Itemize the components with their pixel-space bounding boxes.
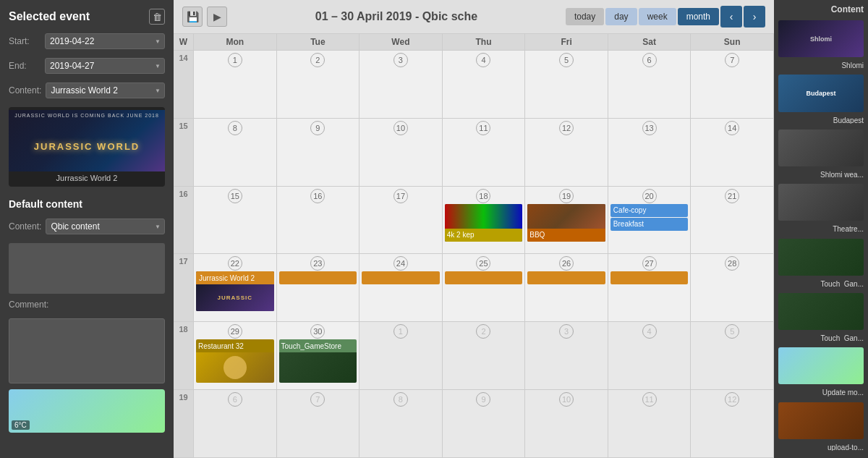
right-thumb-shlomi-wea[interactable] bbox=[778, 130, 864, 166]
day-number: 6 bbox=[228, 392, 242, 407]
day-cell-apr26[interactable]: 26 bbox=[525, 254, 608, 321]
month-button[interactable]: month bbox=[678, 8, 719, 25]
event-jurassic-span-26[interactable] bbox=[527, 271, 605, 284]
start-date-select[interactable]: 2019-04-22 bbox=[45, 33, 165, 49]
day-cell-apr10[interactable]: 10 bbox=[359, 119, 443, 186]
end-date-select[interactable]: 2019-04-27 bbox=[45, 58, 165, 74]
day-cell-apr4[interactable]: 4 bbox=[443, 51, 526, 118]
comment-textarea[interactable] bbox=[9, 318, 165, 383]
event-bbq-thumb[interactable]: BBQ bbox=[527, 204, 605, 242]
right-thumb-budapest[interactable]: Budapest bbox=[778, 75, 864, 111]
day-cell-apr8[interactable]: 8 bbox=[194, 119, 277, 186]
right-thumb-update[interactable] bbox=[778, 347, 864, 384]
default-content-select-wrap: Qbic content bbox=[46, 219, 165, 234]
day-cell-may10[interactable]: 10 bbox=[525, 390, 608, 457]
right-label-shlomi: Shlomi bbox=[778, 62, 864, 69]
start-select-wrap: 2019-04-22 bbox=[45, 33, 165, 49]
day-cell-may8[interactable]: 8 bbox=[359, 390, 443, 457]
day-cell-apr15[interactable]: 15 bbox=[194, 187, 277, 254]
week-num-header: W bbox=[174, 34, 194, 50]
day-cell-apr20[interactable]: 20 Cafe-copy Breakfast bbox=[608, 187, 692, 254]
day-cell-may2[interactable]: 2 bbox=[443, 322, 526, 389]
day-cell-may11[interactable]: 11 bbox=[608, 390, 692, 457]
day-cell-apr12[interactable]: 12 bbox=[525, 119, 608, 186]
day-cell-apr16[interactable]: 16 bbox=[277, 187, 360, 254]
day-cell-apr1[interactable]: 1 bbox=[194, 51, 277, 118]
right-thumb-theatre[interactable] bbox=[778, 184, 864, 221]
day-cell-apr24[interactable]: 24 bbox=[359, 254, 443, 321]
event-jurassic-span-23[interactable] bbox=[279, 271, 357, 284]
day-number: 7 bbox=[310, 392, 325, 407]
event-cafe-copy[interactable]: Cafe-copy bbox=[610, 204, 689, 217]
day-cell-apr30[interactable]: 30 Touch_GameStore bbox=[277, 322, 360, 389]
event-breakfast[interactable]: Breakfast bbox=[610, 218, 689, 231]
day-cell-apr7[interactable]: 7 bbox=[691, 51, 774, 118]
day-cell-may4[interactable]: 4 bbox=[608, 322, 692, 389]
day-cell-apr28[interactable]: 28 bbox=[691, 254, 774, 321]
prev-button[interactable]: ‹ bbox=[720, 6, 742, 27]
right-panel: Content Shlomi Shlomi Budapest Budapest … bbox=[774, 0, 868, 458]
day-cell-apr29[interactable]: 29 Restaurant 32 bbox=[194, 322, 277, 389]
day-cell-apr9[interactable]: 9 bbox=[277, 119, 360, 186]
week-button[interactable]: week bbox=[639, 8, 676, 25]
week-row-18: 18 29 Restaurant 32 30 Touch_GameStor bbox=[174, 322, 774, 390]
day-cell-apr18[interactable]: 18 4k 2 kep bbox=[443, 187, 526, 254]
day-cell-apr22[interactable]: 22 Jurrassic World 2 JURASSIC bbox=[194, 254, 277, 321]
day-cell-apr2[interactable]: 2 bbox=[277, 51, 360, 118]
default-content-select[interactable]: Qbic content bbox=[46, 219, 165, 234]
next-button[interactable]: › bbox=[744, 6, 765, 27]
day-cell-apr25[interactable]: 25 bbox=[443, 254, 526, 321]
event-restaurant-thumb[interactable]: Restaurant 32 bbox=[196, 339, 274, 383]
selected-event-title: Selected event bbox=[9, 10, 90, 23]
day-cell-may5[interactable]: 5 bbox=[691, 322, 774, 389]
right-thumb-shlomi[interactable]: Shlomi bbox=[778, 20, 864, 57]
right-thumb-shlomi-text: Shlomi bbox=[807, 34, 835, 44]
day-cell-may3[interactable]: 3 bbox=[525, 322, 608, 389]
day-number: 17 bbox=[393, 189, 408, 203]
today-button[interactable]: today bbox=[566, 8, 604, 25]
day-cell-apr21[interactable]: 21 bbox=[691, 187, 774, 254]
event-jurassic-span-27[interactable] bbox=[610, 271, 689, 284]
event-gamestore-thumb[interactable]: Touch_GameStore bbox=[279, 339, 357, 383]
event-jurassic-span-24[interactable] bbox=[362, 271, 440, 284]
day-cell-apr23[interactable]: 23 bbox=[277, 254, 360, 321]
right-thumb-touchgan2[interactable] bbox=[778, 293, 864, 330]
day-number: 2 bbox=[310, 53, 325, 67]
day-cell-may9[interactable]: 9 bbox=[443, 390, 526, 457]
day-number: 7 bbox=[725, 53, 739, 67]
event-jurassic-span-25[interactable] bbox=[445, 271, 523, 284]
day-cell-apr5[interactable]: 5 bbox=[525, 51, 608, 118]
delete-event-button[interactable]: 🗑 bbox=[149, 9, 165, 25]
day-number: 1 bbox=[228, 53, 242, 67]
save-icon-button[interactable]: 💾 bbox=[182, 7, 203, 27]
day-cell-apr27[interactable]: 27 bbox=[608, 254, 692, 321]
day-cell-apr17[interactable]: 17 bbox=[359, 187, 443, 254]
default-content-field-row: Content: Qbic content bbox=[9, 219, 165, 234]
right-thumb-touchgan1[interactable] bbox=[778, 239, 864, 276]
day-cell-apr11[interactable]: 11 bbox=[443, 119, 526, 186]
day-number: 23 bbox=[310, 256, 325, 271]
end-label: End: bbox=[9, 61, 41, 71]
day-number: 6 bbox=[642, 53, 657, 67]
day-cell-apr19[interactable]: 19 BBQ bbox=[525, 187, 608, 254]
day-cell-apr6[interactable]: 6 bbox=[608, 51, 692, 118]
day-cell-apr3[interactable]: 3 bbox=[359, 51, 443, 118]
days-header: W Mon Tue Wed Thu Fri Sat Sun bbox=[174, 34, 774, 51]
day-cell-may12[interactable]: 12 bbox=[691, 390, 774, 457]
day-number: 2 bbox=[476, 324, 490, 339]
right-label-upload: upload-to... bbox=[778, 444, 864, 451]
jurassic-thumbnail[interactable]: Jurrassic World 2 JURASSIC bbox=[196, 271, 274, 311]
day-button[interactable]: day bbox=[605, 8, 637, 25]
day-cell-may6[interactable]: 6 bbox=[194, 390, 277, 457]
day-cell-apr14[interactable]: 14 bbox=[691, 119, 774, 186]
week-row-17: 17 22 Jurrassic World 2 JURASSIC 23 24 bbox=[174, 254, 774, 322]
day-cell-may7[interactable]: 7 bbox=[277, 390, 360, 457]
play-icon-button[interactable]: ▶ bbox=[207, 7, 227, 27]
day-cell-may1[interactable]: 1 bbox=[359, 322, 443, 389]
content-select[interactable]: Jurrassic World 2 bbox=[46, 82, 165, 98]
event-4k-thumb[interactable]: 4k 2 kep bbox=[445, 204, 523, 242]
day-cell-apr13[interactable]: 13 bbox=[608, 119, 692, 186]
day-number: 1 bbox=[393, 324, 408, 339]
week-num-17: 17 bbox=[174, 254, 194, 321]
right-thumb-upload[interactable] bbox=[778, 402, 864, 439]
